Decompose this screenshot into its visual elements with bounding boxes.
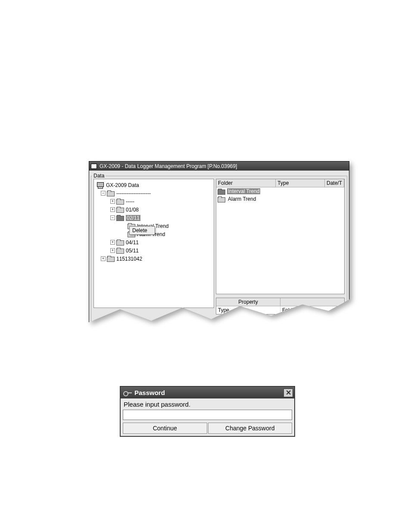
list-row[interactable]: Interval Trend xyxy=(216,187,344,195)
tree-unitgroup[interactable]: − -------------------- xyxy=(96,189,212,197)
property-type-label: Type xyxy=(216,306,280,314)
folder-icon xyxy=(218,189,225,194)
key-icon xyxy=(123,390,132,395)
expander-minus-icon[interactable]: − xyxy=(110,215,115,220)
property-header-blank xyxy=(280,298,344,306)
folder-icon xyxy=(116,207,124,212)
tree-item-label: 05/11 xyxy=(126,248,139,254)
folder-icon xyxy=(116,215,124,221)
folder-icon xyxy=(107,256,115,261)
list-cell-folder: Interval Trend xyxy=(227,188,260,194)
tree-item-0411[interactable]: + 04/11 xyxy=(96,238,212,246)
data-groupbox: GX-2009 Data − -------------------- + --… xyxy=(91,176,347,325)
expander-plus-icon[interactable]: + xyxy=(110,248,115,253)
password-title: Password xyxy=(134,389,165,396)
tree-item-label-selected: 02/11 xyxy=(126,215,140,221)
expander-plus-icon[interactable]: + xyxy=(110,207,115,212)
list-panel[interactable]: Folder Type Date/T Interval Trend Alarm … xyxy=(216,179,345,294)
folder-icon xyxy=(116,248,124,253)
tree-item-0211[interactable]: − 02/11 xyxy=(96,214,212,222)
tree-item-label: 01/08 xyxy=(126,207,139,213)
password-titlebar: Password ✕ xyxy=(121,387,294,398)
folder-icon xyxy=(116,240,124,245)
tree-item-0108[interactable]: + 01/08 xyxy=(96,205,212,214)
window-title: GX-2009 - Data Logger Management Program… xyxy=(100,163,237,169)
tree-item-label: ----- xyxy=(126,199,134,205)
computer-icon xyxy=(97,182,104,188)
folder-icon xyxy=(218,196,225,202)
list-header-type[interactable]: Type xyxy=(276,179,325,187)
context-menu[interactable]: Delete xyxy=(129,226,155,235)
expander-plus-icon[interactable]: + xyxy=(101,256,106,261)
list-header-date[interactable]: Date/T xyxy=(325,179,344,187)
data-groupbox-label: Data xyxy=(92,173,106,179)
tree-item-serial[interactable]: + 115131042 xyxy=(96,255,212,263)
password-prompt: Please input password. xyxy=(123,400,292,410)
folder-icon xyxy=(116,199,124,204)
expander-plus-icon[interactable]: + xyxy=(110,199,115,204)
list-header: Folder Type Date/T xyxy=(216,179,344,187)
list-row[interactable]: Alarm Trend xyxy=(216,195,344,203)
tree-root[interactable]: GX-2009 Data xyxy=(96,181,212,189)
change-password-button[interactable]: Change Password xyxy=(208,423,293,434)
context-menu-item-delete[interactable]: Delete xyxy=(130,227,155,234)
property-panel: Property Type Folder xyxy=(216,298,345,314)
app-icon xyxy=(91,164,97,169)
tree-item-label: 115131042 xyxy=(116,256,142,262)
tree-item-blank[interactable]: + ----- xyxy=(96,197,212,205)
tree-root-label: GX-2009 Data xyxy=(106,182,139,188)
password-dialog: Password ✕ Please input password. Contin… xyxy=(120,386,295,437)
tree-item-label: -------------------- xyxy=(116,190,151,196)
close-button[interactable]: ✕ xyxy=(283,389,293,397)
folder-icon xyxy=(107,190,115,196)
list-cell-folder: Alarm Trend xyxy=(227,196,257,202)
expander-plus-icon[interactable]: + xyxy=(110,240,115,245)
main-window: GX-2009 - Data Logger Management Program… xyxy=(89,161,349,326)
property-header: Property xyxy=(216,298,280,306)
continue-button[interactable]: Continue xyxy=(123,423,207,434)
property-type-value: Folder xyxy=(280,306,344,314)
list-header-folder[interactable]: Folder xyxy=(216,179,276,187)
tree-panel[interactable]: GX-2009 Data − -------------------- + --… xyxy=(93,179,214,308)
tree-item-0511[interactable]: + 05/11 xyxy=(96,246,212,255)
titlebar: GX-2009 - Data Logger Management Program… xyxy=(89,162,349,171)
tree-item-label: 04/11 xyxy=(126,240,139,246)
password-input[interactable] xyxy=(123,410,292,420)
expander-minus-icon[interactable]: − xyxy=(101,191,106,196)
